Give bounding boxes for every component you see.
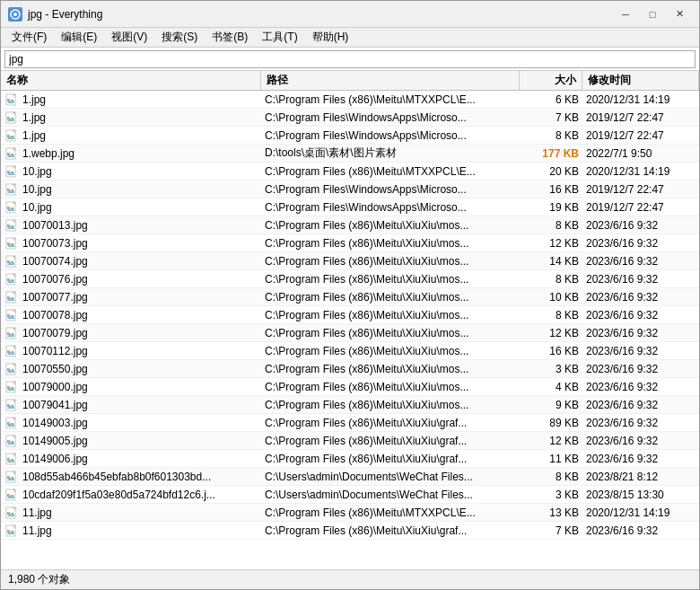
file-icon bbox=[4, 110, 19, 125]
svg-point-176 bbox=[8, 530, 10, 532]
table-row[interactable]: 1.jpgC:\Program Files\WindowsApps\Micros… bbox=[1, 109, 699, 127]
status-count: 1,980 个对象 bbox=[8, 572, 70, 587]
file-icon bbox=[4, 146, 19, 161]
file-icon bbox=[4, 290, 19, 304]
svg-point-120 bbox=[8, 386, 10, 388]
table-row[interactable]: 10070078.jpgC:\Program Files (x86)\Meitu… bbox=[1, 306, 699, 324]
file-path: D:\tools\桌面\素材\图片素材 bbox=[261, 145, 520, 162]
table-row[interactable]: 10079000.jpgC:\Program Files (x86)\Meitu… bbox=[1, 378, 699, 396]
file-name: 10070077.jpg bbox=[22, 291, 88, 304]
table-row[interactable]: 10070073.jpgC:\Program Files (x86)\Meitu… bbox=[1, 234, 699, 252]
file-name: 10070079.jpg bbox=[22, 327, 88, 339]
menu-view[interactable]: 视图(V) bbox=[104, 28, 154, 47]
file-date: 2023/6/16 9:32 bbox=[582, 306, 699, 323]
file-icon bbox=[4, 236, 19, 251]
file-size: 12 KB bbox=[520, 324, 582, 341]
file-path: C:\Program Files (x86)\Meitu\XiuXiu\graf… bbox=[261, 450, 520, 467]
table-row[interactable]: 10070550.jpgC:\Program Files (x86)\Meitu… bbox=[1, 360, 699, 378]
file-name: 10070112.jpg bbox=[22, 345, 88, 357]
file-icon bbox=[4, 200, 19, 215]
table-row[interactable]: 10.jpgC:\Program Files\WindowsApps\Micro… bbox=[1, 198, 699, 216]
search-input[interactable] bbox=[4, 50, 696, 68]
file-icon bbox=[4, 398, 19, 412]
file-name: 10149005.jpg bbox=[22, 435, 88, 447]
file-date: 2023/6/16 9:32 bbox=[582, 414, 699, 431]
file-path: C:\Program Files (x86)\Meitu\XiuXiu\mos.… bbox=[261, 288, 520, 305]
table-row[interactable]: 10070013.jpgC:\Program Files (x86)\Meitu… bbox=[1, 216, 699, 234]
col-header-date[interactable]: 修改时间 bbox=[582, 71, 699, 90]
table-row[interactable]: 1.jpgC:\Program Files (x86)\Meitu\MTXXPC… bbox=[1, 91, 699, 109]
file-date: 2023/6/16 9:32 bbox=[582, 234, 699, 251]
file-size: 8 KB bbox=[520, 306, 582, 323]
file-icon bbox=[4, 182, 19, 197]
table-row[interactable]: 10070077.jpgC:\Program Files (x86)\Meitu… bbox=[1, 288, 699, 306]
file-name: 10.jpg bbox=[22, 165, 52, 178]
table-row[interactable]: 10149005.jpgC:\Program Files (x86)\Meitu… bbox=[1, 432, 699, 450]
file-size: 13 KB bbox=[520, 504, 582, 521]
table-row[interactable]: 10070074.jpgC:\Program Files (x86)\Meitu… bbox=[1, 252, 699, 270]
file-path: C:\Program Files\WindowsApps\Microso... bbox=[261, 109, 520, 126]
file-path: C:\Program Files (x86)\Meitu\XiuXiu\mos.… bbox=[261, 360, 520, 377]
file-name: 10070550.jpg bbox=[22, 363, 88, 375]
file-date: 2019/12/7 22:47 bbox=[582, 198, 699, 216]
file-path: C:\Program Files (x86)\Meitu\XiuXiu\mos.… bbox=[261, 270, 520, 287]
col-header-size[interactable]: 大小 bbox=[520, 71, 582, 90]
file-size: 10 KB bbox=[520, 288, 582, 305]
file-name: 10.jpg bbox=[22, 201, 52, 214]
table-row[interactable]: 11.jpgC:\Program Files (x86)\Meitu\MTXXP… bbox=[1, 504, 699, 522]
file-size: 19 KB bbox=[520, 198, 582, 216]
table-row[interactable]: 10070112.jpgC:\Program Files (x86)\Meitu… bbox=[1, 342, 699, 360]
menu-bookmarks[interactable]: 书签(B) bbox=[205, 28, 255, 47]
svg-point-155 bbox=[8, 476, 10, 478]
file-name: 10070074.jpg bbox=[22, 255, 88, 268]
menu-edit[interactable]: 编辑(E) bbox=[54, 28, 104, 47]
file-icon bbox=[4, 344, 19, 358]
file-date: 2023/6/16 9:32 bbox=[582, 378, 699, 395]
table-row[interactable]: 1.webp.jpgD:\tools\桌面\素材\图片素材177 KB2022/… bbox=[1, 145, 699, 163]
file-icon bbox=[4, 272, 19, 286]
svg-point-50 bbox=[8, 207, 10, 208]
table-row[interactable]: 10070079.jpgC:\Program Files (x86)\Meitu… bbox=[1, 324, 699, 342]
file-date: 2020/12/31 14:19 bbox=[582, 91, 699, 108]
file-size: 12 KB bbox=[520, 234, 582, 251]
table-row[interactable]: 10149006.jpgC:\Program Files (x86)\Meitu… bbox=[1, 450, 699, 468]
file-icon bbox=[4, 308, 19, 322]
file-path: C:\Program Files (x86)\Meitu\XiuXiu\graf… bbox=[261, 432, 520, 449]
file-name: 10070076.jpg bbox=[22, 273, 88, 286]
window-controls: ─ □ ✕ bbox=[613, 5, 692, 23]
file-size: 8 KB bbox=[520, 216, 582, 233]
menu-search[interactable]: 搜索(S) bbox=[154, 28, 205, 47]
file-icon bbox=[4, 164, 19, 179]
file-path: C:\Program Files (x86)\Meitu\XiuXiu\graf… bbox=[261, 414, 520, 431]
menu-help[interactable]: 帮助(H) bbox=[305, 28, 356, 47]
col-header-path[interactable]: 路径 bbox=[261, 71, 520, 90]
table-row[interactable]: 108d55ab466b45ebfab8b0f601303bd...C:\Use… bbox=[1, 468, 699, 486]
file-name: 10.jpg bbox=[22, 183, 52, 196]
file-size: 14 KB bbox=[520, 252, 582, 269]
file-date: 2023/6/16 9:32 bbox=[582, 252, 699, 269]
table-row[interactable]: 10070076.jpgC:\Program Files (x86)\Meitu… bbox=[1, 270, 699, 288]
table-row[interactable]: 1.jpgC:\Program Files\WindowsApps\Micros… bbox=[1, 127, 699, 145]
table-row[interactable]: 10079041.jpgC:\Program Files (x86)\Meitu… bbox=[1, 396, 699, 414]
file-path: C:\Program Files\WindowsApps\Microso... bbox=[261, 127, 520, 144]
table-row[interactable]: 10cdaf209f1f5a03e80d5a724bfd12c6.j...C:\… bbox=[1, 486, 699, 504]
table-row[interactable]: 10149003.jpgC:\Program Files (x86)\Meitu… bbox=[1, 414, 699, 432]
minimize-button[interactable]: ─ bbox=[613, 5, 638, 23]
file-size: 16 KB bbox=[520, 342, 582, 359]
svg-point-43 bbox=[8, 189, 10, 190]
close-button[interactable]: ✕ bbox=[667, 5, 692, 23]
file-icon bbox=[4, 128, 19, 143]
table-row[interactable]: 11.jpgC:\Program Files (x86)\Meitu\XiuXi… bbox=[1, 522, 699, 540]
menu-file[interactable]: 文件(F) bbox=[4, 28, 54, 47]
file-name: 10cdaf209f1f5a03e80d5a724bfd12c6.j... bbox=[22, 489, 215, 501]
table-row[interactable]: 10.jpgC:\Program Files (x86)\Meitu\MTXXP… bbox=[1, 163, 699, 181]
svg-point-92 bbox=[8, 314, 10, 316]
file-path: C:\Program Files (x86)\Meitu\XiuXiu\mos.… bbox=[261, 252, 520, 269]
table-row[interactable]: 10.jpgC:\Program Files\WindowsApps\Micro… bbox=[1, 181, 699, 198]
maximize-button[interactable]: □ bbox=[640, 5, 665, 23]
menu-tools[interactable]: 工具(T) bbox=[255, 28, 304, 47]
svg-point-127 bbox=[8, 404, 10, 406]
svg-point-8 bbox=[8, 99, 10, 101]
col-header-name[interactable]: 名称 bbox=[1, 71, 261, 90]
file-size: 16 KB bbox=[520, 181, 582, 198]
